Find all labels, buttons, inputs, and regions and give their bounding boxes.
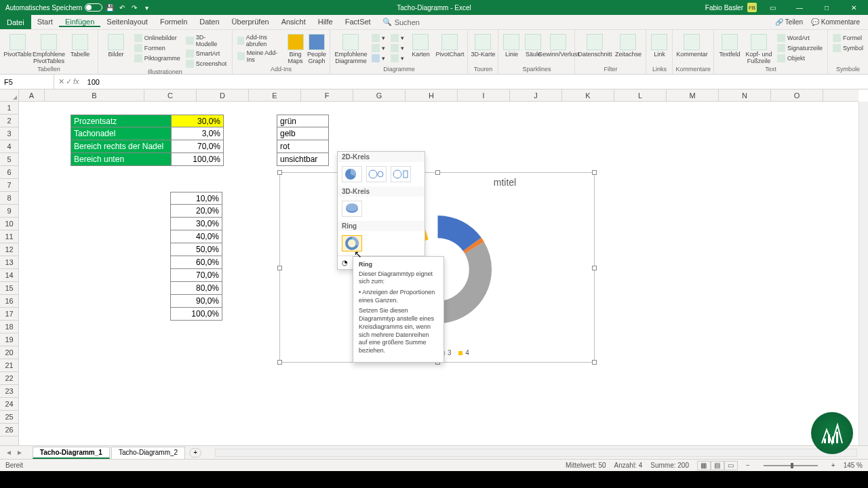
row-header[interactable]: 2 xyxy=(0,115,18,127)
sheet-nav-prev-icon[interactable]: ◄ xyxy=(5,449,12,456)
maps-button[interactable]: Karten xyxy=(408,31,433,58)
ribbon-tab-daten[interactable]: Daten xyxy=(193,18,225,26)
row-header[interactable]: 10 xyxy=(0,218,18,230)
recommended-charts-button[interactable]: Empfohlene Diagramme xyxy=(333,31,368,65)
page-break-view-icon[interactable]: ▭ xyxy=(724,461,738,470)
row-header[interactable]: 22 xyxy=(0,372,18,385)
column-header[interactable]: L xyxy=(614,89,667,101)
equation-button[interactable]: Formel xyxy=(831,33,865,43)
sparkline-line-button[interactable]: Linie xyxy=(501,31,521,58)
bar-of-pie-option[interactable] xyxy=(391,166,411,182)
table-row[interactable]: Prozentsatz30,0% xyxy=(71,115,224,127)
resize-handle[interactable] xyxy=(277,170,282,175)
zoom-out-button[interactable]: − xyxy=(746,462,750,469)
row-header[interactable]: 4 xyxy=(0,140,18,153)
ribbon-tab-start[interactable]: Start xyxy=(31,18,59,26)
fx-icon[interactable]: fx xyxy=(73,77,79,86)
spreadsheet-grid[interactable]: ABCDEFGHIJKLMNO 123456789101112131415161… xyxy=(0,89,868,445)
minimize-icon[interactable]: — xyxy=(788,0,811,15)
line-chart-icon[interactable]: ▾ xyxy=(389,33,406,43)
people-graph-button[interactable]: People Graph xyxy=(306,31,327,65)
vertical-scrollbar[interactable] xyxy=(859,102,868,445)
table-row[interactable]: rot xyxy=(277,140,329,153)
table-row[interactable]: Bereich rechts der Nadel70,0% xyxy=(71,140,224,153)
ribbon-tab-überprüfen[interactable]: Überprüfen xyxy=(226,18,275,26)
get-addins-button[interactable]: Add-Ins abrufen xyxy=(235,33,285,48)
row-header[interactable]: 17 xyxy=(0,308,18,321)
column-header[interactable]: B xyxy=(45,89,144,101)
table-row[interactable]: 50,0% xyxy=(170,243,222,256)
row-header[interactable]: 15 xyxy=(0,282,18,295)
row-header[interactable]: 25 xyxy=(0,411,18,424)
undo-icon[interactable]: ↶ xyxy=(117,3,127,12)
column-header[interactable]: J xyxy=(510,89,562,101)
smartart-button[interactable]: SmartArt xyxy=(184,49,229,58)
comments-button[interactable]: 💬 Kommentare xyxy=(811,18,860,26)
pie-of-pie-option[interactable] xyxy=(366,166,387,182)
column-header[interactable]: N xyxy=(719,89,771,101)
chart-title[interactable]: mtitel xyxy=(280,173,594,188)
pie-chart-icon[interactable]: ▾ xyxy=(370,54,387,63)
row-header[interactable]: 19 xyxy=(0,333,18,346)
pie-3d-option[interactable] xyxy=(342,201,362,217)
table-row[interactable]: 30,0% xyxy=(170,218,222,230)
zoom-level[interactable]: 145 % xyxy=(844,462,863,469)
column-header[interactable]: M xyxy=(667,89,719,101)
ribbon-tab-factset[interactable]: FactSet xyxy=(339,18,377,26)
3d-map-button[interactable]: 3D-Karte xyxy=(471,31,495,58)
table-row[interactable]: 10,0% xyxy=(170,192,222,205)
bing-maps-button[interactable]: Bing Maps xyxy=(286,31,305,65)
table-row[interactable]: 90,0% xyxy=(170,295,222,308)
redo-icon[interactable]: ↷ xyxy=(130,3,139,12)
column-header[interactable]: C xyxy=(144,89,197,101)
data-table-main[interactable]: Prozentsatz30,0%Tachonadel3,0%Bereich re… xyxy=(71,115,224,166)
timeline-button[interactable]: Zeitachse xyxy=(613,31,643,58)
zoom-in-button[interactable]: + xyxy=(831,462,835,469)
add-sheet-button[interactable]: + xyxy=(189,448,201,458)
page-layout-view-icon[interactable]: ▤ xyxy=(711,461,724,470)
pictures-button[interactable]: Bilder xyxy=(101,31,131,58)
user-avatar[interactable]: FB xyxy=(747,3,757,12)
row-header[interactable]: 26 xyxy=(0,424,18,436)
formula-input[interactable]: 100 xyxy=(83,78,868,86)
3d-models-button[interactable]: 3D-Modelle xyxy=(184,33,229,48)
table-row[interactable]: unsichtbar xyxy=(277,153,329,166)
horizontal-scrollbar[interactable] xyxy=(215,449,857,457)
column-header[interactable]: O xyxy=(771,89,823,101)
ribbon-tab-hilfe[interactable]: Hilfe xyxy=(312,18,339,26)
sheet-nav-next-icon[interactable]: ► xyxy=(16,449,23,456)
row-header[interactable]: 1 xyxy=(0,102,18,115)
resize-handle[interactable] xyxy=(592,266,597,270)
data-table-percentages[interactable]: 10,0%20,0%30,0%40,0%50,0%60,0%70,0%80,0%… xyxy=(170,192,222,321)
accept-formula-icon[interactable]: ✓ xyxy=(66,77,72,86)
header-footer-button[interactable]: Kopf- und Fußzeile xyxy=(744,31,774,65)
row-header[interactable]: 9 xyxy=(0,205,18,218)
resize-handle[interactable] xyxy=(277,266,282,270)
column-headers[interactable]: ABCDEFGHIJKLMNO xyxy=(19,89,859,102)
name-box[interactable]: F5 xyxy=(0,75,54,89)
table-button[interactable]: Tabelle xyxy=(65,31,95,58)
resize-handle[interactable] xyxy=(435,170,440,175)
row-header[interactable]: 23 xyxy=(0,385,18,398)
screenshot-button[interactable]: Screenshot xyxy=(184,59,229,68)
resize-handle[interactable] xyxy=(592,360,597,365)
column-chart-icon[interactable]: ▾ xyxy=(370,33,387,43)
shapes-button[interactable]: Formen xyxy=(132,43,182,53)
zoom-slider[interactable] xyxy=(764,465,818,466)
hierarchy-chart-icon[interactable]: ▾ xyxy=(370,43,387,53)
column-header[interactable]: D xyxy=(197,89,249,101)
row-headers[interactable]: 1234567891011121314151617181920212223242… xyxy=(0,102,19,445)
my-addins-button[interactable]: Meine Add-Ins xyxy=(235,49,285,64)
table-row[interactable]: 70,0% xyxy=(170,269,222,282)
table-row[interactable]: Tachonadel3,0% xyxy=(71,127,224,140)
row-header[interactable]: 11 xyxy=(0,230,18,243)
qat-customize-icon[interactable]: ▾ xyxy=(142,3,151,12)
resize-handle[interactable] xyxy=(592,170,597,175)
sparkline-winloss-button[interactable]: Gewinn/Verlust xyxy=(545,31,572,58)
normal-view-icon[interactable]: ▦ xyxy=(697,461,711,470)
row-header[interactable]: 7 xyxy=(0,179,18,192)
recommended-pivot-button[interactable]: Empfohlene PivotTables xyxy=(34,31,64,65)
cancel-formula-icon[interactable]: ✕ xyxy=(58,77,64,86)
data-table-colors[interactable]: grüngelbrotunsichtbar xyxy=(277,115,329,166)
table-row[interactable]: 20,0% xyxy=(170,205,222,218)
